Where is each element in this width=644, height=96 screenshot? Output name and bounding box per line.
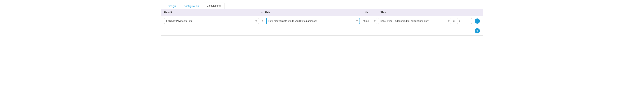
tabs-bar: Design Configuration Calculations <box>161 0 483 9</box>
header-op: */+ <box>364 11 380 14</box>
add-row-button[interactable]: + <box>475 28 480 33</box>
this-right-select[interactable]: Ticket Price - hidden field for calculat… <box>378 18 451 24</box>
cell-equals: = <box>260 20 266 23</box>
or-label: or <box>453 20 455 22</box>
header-result: Result <box>164 11 259 14</box>
tab-calculations[interactable]: Calculations <box>203 3 224 9</box>
cell-this-right: Ticket Price - hidden field for calculat… <box>378 18 472 24</box>
calculations-table: Result = This */+ This EdSmart Payments … <box>161 9 483 36</box>
tab-design[interactable]: Design <box>164 3 180 9</box>
table-row: EdSmart Payments Total = How many ticket… <box>161 16 483 26</box>
result-select[interactable]: EdSmart Payments Total <box>164 18 259 24</box>
cell-op: * time <box>361 18 377 24</box>
cell-action: − <box>472 19 480 24</box>
or-input[interactable] <box>457 18 472 24</box>
header-equals: = <box>259 11 265 14</box>
cell-this-left: How many tickets would you like to purch… <box>266 18 360 24</box>
header-this-right: This <box>380 11 480 14</box>
tab-configuration[interactable]: Configuration <box>180 3 203 9</box>
header-this-left: This <box>265 11 364 14</box>
add-row: + <box>161 26 483 35</box>
this-left-select[interactable]: How many tickets would you like to purch… <box>266 18 360 24</box>
table-header: Result = This */+ This <box>161 9 483 16</box>
page-container: Design Configuration Calculations Result… <box>161 0 483 36</box>
op-select[interactable]: * time <box>361 18 377 24</box>
remove-row-button[interactable]: − <box>475 19 480 24</box>
cell-result: EdSmart Payments Total <box>164 18 259 24</box>
